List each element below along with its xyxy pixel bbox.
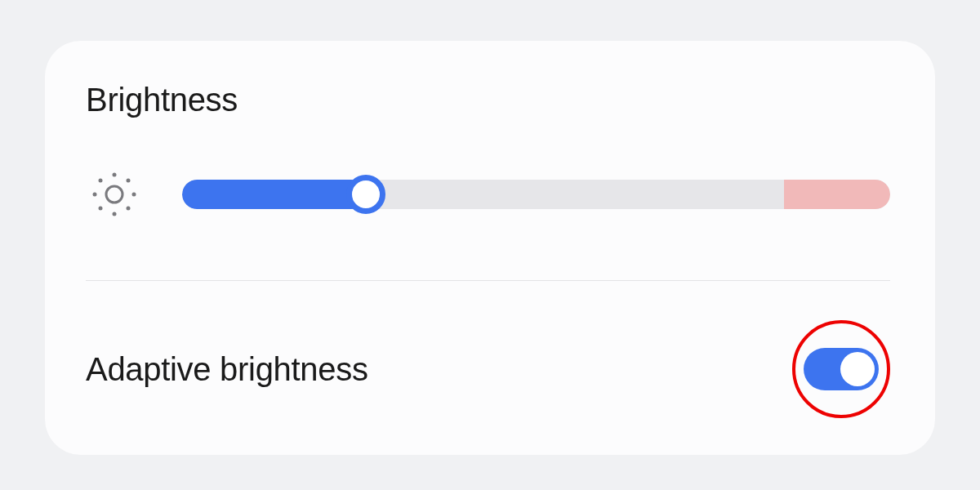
svg-point-8	[127, 207, 131, 211]
slider-thumb[interactable]	[346, 175, 385, 214]
svg-point-2	[113, 212, 117, 216]
toggle-knob	[840, 352, 875, 386]
svg-point-0	[106, 186, 122, 203]
slider-overbright-zone	[784, 180, 890, 209]
svg-point-3	[93, 193, 97, 197]
brightness-settings-card: Brightness Adaptive brightn	[45, 41, 935, 455]
svg-point-4	[132, 193, 136, 197]
adaptive-brightness-label: Adaptive brightness	[86, 351, 368, 388]
slider-fill	[182, 180, 366, 209]
brightness-icon	[86, 166, 143, 223]
brightness-title: Brightness	[86, 82, 890, 118]
brightness-slider[interactable]	[182, 180, 890, 209]
svg-point-1	[113, 173, 117, 177]
slider-track	[182, 180, 890, 209]
svg-point-7	[99, 207, 103, 211]
adaptive-brightness-toggle[interactable]	[804, 348, 879, 390]
svg-point-5	[99, 179, 103, 183]
adaptive-brightness-row: Adaptive brightness	[86, 320, 890, 418]
divider	[86, 280, 890, 281]
adaptive-toggle-wrap	[792, 320, 890, 418]
brightness-slider-row	[86, 166, 890, 223]
svg-point-6	[127, 179, 131, 183]
